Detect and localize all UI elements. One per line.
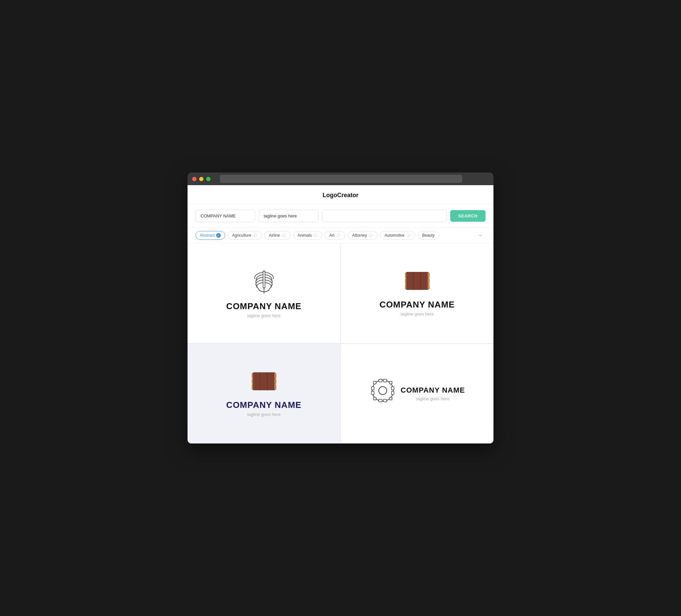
svg-rect-17	[428, 273, 430, 278]
address-bar	[220, 175, 462, 183]
company-name-1: COMPANY NAME	[226, 301, 301, 311]
filter-tag-art[interactable]: Art ✓	[325, 231, 345, 240]
svg-rect-24	[252, 373, 253, 378]
svg-point-39	[379, 387, 387, 394]
film-icon	[370, 377, 396, 404]
svg-rect-44	[379, 379, 382, 382]
svg-rect-45	[383, 379, 387, 382]
tagline-4: tagline goes here	[401, 396, 465, 401]
inline-text-group: COMPANY NAME tagline goes here	[401, 386, 465, 401]
app-header: LogoCreator	[187, 185, 494, 204]
svg-rect-16	[405, 284, 406, 289]
tagline-input[interactable]	[259, 210, 319, 222]
logo-card-2[interactable]: COMPANY NAME tagline goes here	[341, 243, 494, 343]
logo-grid: COMPANY NAME tagline goes here	[187, 243, 494, 443]
svg-rect-34	[252, 384, 253, 390]
svg-rect-37	[274, 384, 276, 390]
filter-label-airline: Airline	[269, 233, 280, 238]
svg-rect-36	[274, 379, 276, 384]
filter-label-automotive: Automotive	[384, 233, 404, 238]
filter-tag-beauty[interactable]: Beauty	[418, 231, 439, 240]
check-icon-attorney: ✓	[369, 233, 373, 238]
check-icon-abstract: ✓	[216, 233, 221, 238]
traffic-light-green[interactable]	[206, 177, 210, 181]
svg-rect-41	[372, 391, 374, 394]
chocolate-icon-3	[249, 371, 279, 394]
svg-rect-13	[406, 283, 413, 290]
search-bar: SEARCH	[187, 204, 494, 228]
svg-rect-33	[268, 384, 275, 390]
tagline-3: tagline goes here	[247, 412, 281, 417]
check-icon-art: ✓	[336, 233, 341, 238]
svg-rect-1	[263, 271, 265, 288]
company-name-2: COMPANY NAME	[379, 300, 455, 310]
svg-rect-29	[252, 379, 253, 384]
company-name-3: COMPANY NAME	[226, 400, 301, 410]
logo-inline-4: COMPANY NAME tagline goes here	[370, 377, 465, 410]
filter-tag-attorney[interactable]: Attorney ✓	[348, 231, 378, 240]
filter-tag-agriculture[interactable]: Agriculture ✓	[228, 231, 262, 240]
extra-input[interactable]	[322, 210, 447, 222]
svg-rect-19	[428, 284, 430, 289]
chocolate-icon-2	[402, 270, 432, 293]
company-name-input[interactable]	[196, 210, 255, 222]
browser-titlebar	[187, 173, 494, 185]
svg-rect-35	[274, 373, 276, 378]
svg-rect-14	[414, 283, 420, 290]
logo-card-3[interactable]: COMPANY NAME tagline goes here	[187, 344, 340, 443]
check-icon-animals: ✓	[313, 233, 318, 238]
svg-rect-51	[389, 397, 392, 400]
svg-rect-31	[253, 384, 260, 390]
company-name-4: COMPANY NAME	[401, 386, 465, 394]
tagline-1: tagline goes here	[247, 313, 281, 318]
svg-rect-18	[428, 278, 430, 284]
traffic-light-yellow[interactable]	[199, 177, 203, 181]
svg-rect-43	[392, 391, 394, 394]
filter-tag-airline[interactable]: Airline ✓	[264, 231, 290, 240]
check-icon-automotive: ✓	[406, 233, 411, 238]
filter-label-attorney: Attorney	[352, 233, 367, 238]
svg-rect-11	[405, 278, 406, 284]
filter-tag-animals[interactable]: Animals ✓	[293, 231, 323, 240]
svg-rect-50	[373, 397, 376, 400]
browser-window: LogoCreator SEARCH Abstract ✓ Agricultur…	[187, 173, 494, 443]
next-filters-arrow[interactable]: →	[475, 231, 485, 240]
filter-label-art: Art	[329, 233, 334, 238]
filter-label-agriculture: Agriculture	[232, 233, 251, 238]
svg-rect-42	[392, 387, 394, 390]
svg-rect-40	[372, 387, 374, 390]
svg-rect-46	[379, 399, 382, 402]
filter-tag-automotive[interactable]: Automotive ✓	[380, 231, 415, 240]
traffic-light-red[interactable]	[192, 177, 197, 181]
svg-rect-6	[405, 273, 406, 278]
search-button[interactable]: SEARCH	[450, 210, 485, 222]
filter-label-abstract: Abstract	[200, 233, 215, 238]
check-icon-agriculture: ✓	[253, 233, 257, 238]
logo-card-4[interactable]: COMPANY NAME tagline goes here	[341, 344, 494, 443]
logo-card-1[interactable]: COMPANY NAME tagline goes here	[187, 243, 340, 343]
check-icon-airline: ✓	[282, 233, 286, 238]
svg-rect-32	[260, 384, 267, 390]
filter-label-beauty: Beauty	[422, 233, 435, 238]
filter-tag-abstract[interactable]: Abstract ✓	[196, 231, 225, 240]
skeleton-icon	[249, 268, 279, 295]
svg-rect-47	[383, 399, 387, 402]
browser-body: LogoCreator SEARCH Abstract ✓ Agricultur…	[187, 185, 494, 443]
filter-label-animals: Animals	[298, 233, 312, 238]
svg-rect-15	[421, 283, 428, 290]
tagline-2: tagline goes here	[401, 311, 434, 316]
svg-rect-48	[373, 381, 376, 384]
app-title: LogoCreator	[323, 192, 358, 199]
svg-rect-49	[389, 381, 392, 384]
filter-tabs: Abstract ✓ Agriculture ✓ Airline ✓ Anima…	[187, 228, 494, 243]
